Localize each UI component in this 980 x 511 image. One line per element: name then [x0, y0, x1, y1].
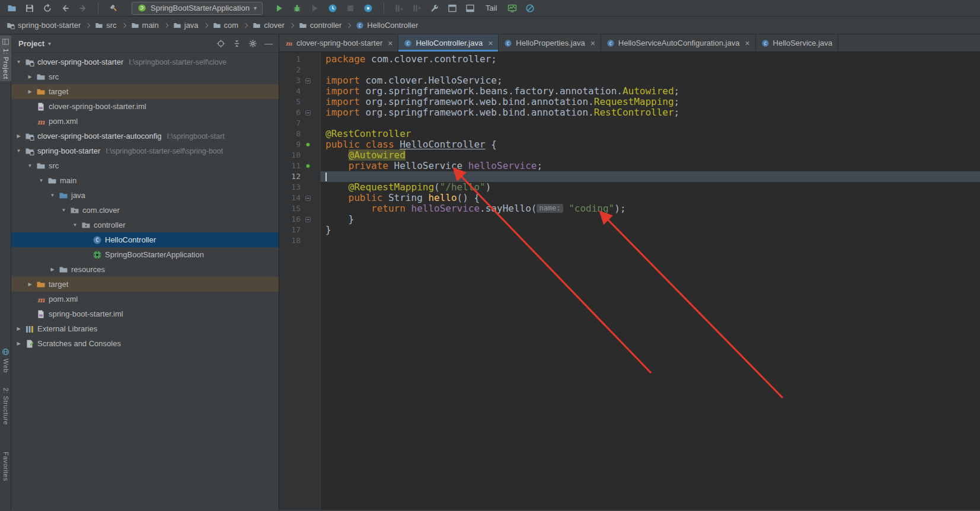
- tree-item-java[interactable]: ▼java: [11, 188, 279, 203]
- expander-expanded-icon[interactable]: ▼: [25, 163, 35, 168]
- expander-collapsed-icon[interactable]: ▶: [14, 341, 24, 346]
- profiler-button[interactable]: [325, 1, 341, 15]
- breadcrumb-item-main[interactable]: main: [129, 20, 161, 31]
- breadcrumb-item-clover[interactable]: clover: [251, 20, 286, 31]
- code-line-2[interactable]: 2: [279, 65, 980, 75]
- tool-tab-2-structure[interactable]: 2: Structure: [0, 385, 11, 427]
- code-line-11[interactable]: 11 private HelloService helloService;: [279, 161, 980, 171]
- tool-window-button[interactable]: [445, 1, 461, 15]
- fold-marker-icon[interactable]: [305, 78, 311, 84]
- expander-expanded-icon[interactable]: ▼: [70, 222, 80, 228]
- tree-item-clover-spring-boot-starter[interactable]: ▼clover-spring-boot-starterI:\springboot…: [11, 55, 279, 69]
- close-icon[interactable]: ×: [745, 39, 749, 47]
- collapse-all-button[interactable]: [232, 39, 241, 48]
- tree-item-src[interactable]: ▶src: [11, 69, 279, 84]
- run-button[interactable]: [272, 1, 288, 15]
- fold-marker-icon[interactable]: [305, 110, 311, 116]
- breadcrumb-item-src[interactable]: src: [93, 20, 118, 31]
- breadcrumb-item-controller[interactable]: controller: [297, 20, 343, 31]
- code-editor[interactable]: 1package com.clover.controller;23import …: [279, 52, 980, 510]
- breadcrumb-item-HelloController[interactable]: CHelloController: [354, 20, 420, 31]
- tree-item-external-libraries[interactable]: ▶External Libraries: [11, 321, 279, 336]
- code-line-17[interactable]: 17}: [279, 225, 980, 235]
- close-icon[interactable]: ×: [488, 39, 493, 47]
- tree-item-spring-boot-starter-iml[interactable]: spring-boot-starter.iml: [11, 306, 279, 321]
- run-anything-button[interactable]: [360, 1, 376, 15]
- debug-button[interactable]: [289, 1, 305, 15]
- tree-item-springbootstarterapplication[interactable]: SpringBootStarterApplication: [11, 247, 279, 262]
- layout-columns-button-2[interactable]: [409, 1, 425, 15]
- forward-button[interactable]: [75, 1, 91, 15]
- code-line-10[interactable]: 10 @Autowired: [279, 150, 980, 161]
- code-line-4[interactable]: 4import org.springframework.beans.factor…: [279, 86, 980, 97]
- code-line-6[interactable]: 6import org.springframework.web.bind.ann…: [279, 107, 980, 118]
- tool-tab-web[interactable]: Web: [0, 346, 11, 375]
- expander-expanded-icon[interactable]: ▼: [36, 178, 46, 183]
- stop-button[interactable]: [343, 1, 359, 15]
- code-line-8[interactable]: 8@RestController: [279, 129, 980, 139]
- close-icon[interactable]: ×: [388, 39, 392, 47]
- breadcrumb-item-spring-boot-starter[interactable]: spring-boot-starter: [5, 20, 82, 31]
- tree-item-main[interactable]: ▼main: [11, 173, 279, 188]
- tree-item-pom-xml[interactable]: mpom.xml: [11, 292, 279, 306]
- expander-collapsed-icon[interactable]: ▶: [14, 133, 24, 139]
- run-coverage-button[interactable]: [307, 1, 323, 15]
- expander-expanded-icon[interactable]: ▼: [14, 59, 24, 65]
- code-line-7[interactable]: 7: [279, 118, 980, 129]
- expander-collapsed-icon[interactable]: ▶: [25, 74, 35, 79]
- tree-item-controller[interactable]: ▼controller: [11, 218, 279, 232]
- fold-marker-icon[interactable]: [305, 196, 311, 201]
- back-button[interactable]: [57, 1, 73, 15]
- close-icon[interactable]: ×: [590, 39, 595, 47]
- build-project-button[interactable]: [106, 1, 122, 15]
- code-line-13[interactable]: 13 @RequestMapping("/hello"): [279, 182, 980, 193]
- do-not-disturb-button[interactable]: [522, 1, 538, 15]
- run-config-select[interactable]: SpringBootStarterApplication▾: [132, 2, 263, 15]
- code-line-12[interactable]: 12: [279, 171, 980, 182]
- code-line-14[interactable]: 14 public String hello() {: [279, 193, 980, 203]
- code-line-1[interactable]: 1package com.clover.controller;: [279, 54, 980, 65]
- code-line-18[interactable]: 18: [279, 235, 980, 246]
- expander-collapsed-icon[interactable]: ▶: [25, 282, 35, 287]
- layout-columns-button-1[interactable]: [391, 1, 407, 15]
- tree-item-clover-spring-boot-starter-autoconfig[interactable]: ▶clover-spring-boot-starter-autoconfigI:…: [11, 129, 279, 143]
- editor-tab-helloservice-java[interactable]: CHelloService.java: [756, 34, 838, 52]
- spring-bean-icon[interactable]: [305, 142, 311, 148]
- tree-item-clover-spring-boot-starter-iml[interactable]: clover-spring-boot-starter.iml: [11, 99, 279, 114]
- tree-item-target[interactable]: ▶target: [11, 277, 279, 292]
- save-all-button[interactable]: [21, 1, 37, 15]
- tree-item-hellocontroller[interactable]: CHelloController: [11, 232, 279, 247]
- breadcrumb-item-java[interactable]: java: [171, 20, 200, 31]
- tail-menu[interactable]: Tail: [486, 4, 497, 12]
- code-line-15[interactable]: 15 return helloService.sayHello(name: "c…: [279, 203, 980, 214]
- tool-tab-favorites[interactable]: Favorites: [0, 449, 11, 484]
- spring-bean-icon[interactable]: [305, 163, 311, 170]
- tree-item-resources[interactable]: ▶resources: [11, 262, 279, 277]
- tree-item-scratches-and-consoles[interactable]: ▶Scratches and Consoles: [11, 336, 279, 351]
- expander-expanded-icon[interactable]: ▼: [47, 193, 58, 198]
- settings-gear-button[interactable]: [248, 39, 257, 48]
- breadcrumb-item-com[interactable]: com: [211, 20, 241, 31]
- tree-item-spring-boot-starter[interactable]: ▼spring-boot-starterI:\springboot-starte…: [11, 143, 279, 158]
- expander-expanded-icon[interactable]: ▼: [59, 207, 69, 213]
- refresh-button[interactable]: [39, 1, 55, 15]
- project-view-selector[interactable]: Project ▾: [18, 39, 51, 48]
- expander-expanded-icon[interactable]: ▼: [14, 148, 24, 154]
- expander-collapsed-icon[interactable]: ▶: [25, 89, 35, 94]
- code-line-3[interactable]: 3import com.clover.HelloService;: [279, 75, 980, 86]
- editor-tab-helloproperties-java[interactable]: CHelloProperties.java×: [499, 34, 601, 52]
- fold-marker-icon[interactable]: [305, 217, 311, 222]
- tree-item-src[interactable]: ▼src: [11, 158, 279, 173]
- tree-item-pom-xml[interactable]: mpom.xml: [11, 114, 279, 129]
- code-line-5[interactable]: 5import org.springframework.web.bind.ann…: [279, 97, 980, 107]
- tree-item-com-clover[interactable]: ▼com.clover: [11, 203, 279, 218]
- tree-item-target[interactable]: ▶target: [11, 84, 279, 99]
- editor-tab-hellocontroller-java[interactable]: CHelloController.java×: [398, 34, 499, 52]
- code-line-9[interactable]: 9public class HelloController {: [279, 139, 980, 150]
- tool-window-alt-button[interactable]: [462, 1, 478, 15]
- locate-file-button[interactable]: [216, 39, 225, 48]
- open-project-button[interactable]: [4, 1, 20, 15]
- editor-tab-helloserviceautoconfiguration-java[interactable]: CHelloServiceAutoConfiguration.java×: [601, 34, 756, 52]
- tool-tab-1-project[interactable]: 1: Project: [0, 36, 11, 81]
- monitor-button[interactable]: [504, 1, 520, 15]
